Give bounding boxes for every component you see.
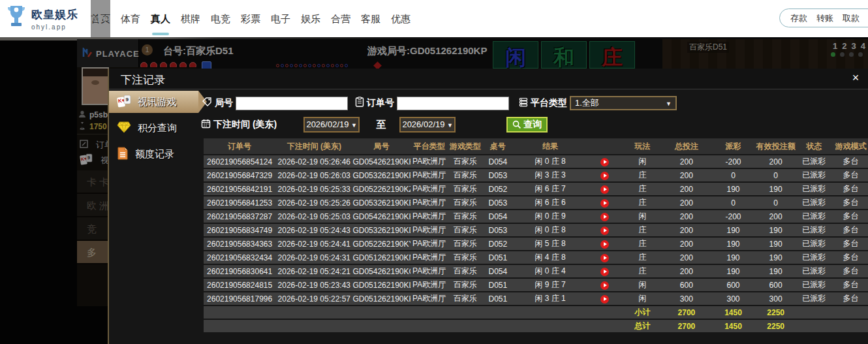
totals-cell <box>448 306 482 319</box>
cell-order: 260219056832434 <box>204 251 275 264</box>
user-avatar[interactable] <box>82 67 109 105</box>
nav-item-彩票[interactable]: 彩票 <box>241 0 260 37</box>
cell-side: 闲 <box>623 292 662 305</box>
bead-dot <box>313 64 316 67</box>
cell-payout: 0 <box>711 196 755 209</box>
nav-item-电竞[interactable]: 电竞 <box>211 0 230 37</box>
table-row: 2602190568372872026-02-19 05:25:03GD0542… <box>204 210 868 223</box>
cell-play <box>587 238 623 250</box>
replay-play-button[interactable] <box>600 213 609 221</box>
column-header: 订单号 <box>204 138 275 154</box>
cell-payout: 190 <box>711 224 755 236</box>
replay-play-button[interactable] <box>600 199 609 208</box>
cell-result: 闲 9 庄 7 <box>514 279 587 291</box>
close-icon[interactable]: × <box>848 71 863 85</box>
camera-tab-3[interactable]: 3 <box>852 41 856 51</box>
column-header: 派彩 <box>711 138 755 154</box>
totals-cell: 小计 <box>623 306 662 319</box>
bead-dot <box>335 64 339 67</box>
cell-payout: -200 <box>711 155 755 168</box>
nav-item-首页[interactable]: 首页 <box>91 0 110 37</box>
nav-item-合营[interactable]: 合营 <box>331 0 350 37</box>
cell-status: 已派彩 <box>796 238 832 250</box>
wallet-action-取款[interactable]: 取款 <box>843 12 860 24</box>
wallet-action-存款[interactable]: 存款 <box>790 12 807 24</box>
game-round-label: 游戏局号:GD051262190KP <box>367 45 487 57</box>
modal-tab-视讯游戏[interactable]: K♥9视讯游戏 <box>109 91 198 113</box>
replay-play-button[interactable] <box>600 158 609 166</box>
camera-tab-4[interactable]: 4 <box>861 41 865 51</box>
column-header: 平台类型 <box>411 138 448 154</box>
replay-play-button[interactable] <box>600 240 609 249</box>
cell-platform: PA欧洲厅 <box>411 265 448 277</box>
totals-cell <box>482 320 514 332</box>
site-logo[interactable]: 欧皇娱乐 ohyl.app <box>5 4 78 34</box>
bet-zone-label: 和 <box>553 47 574 68</box>
wallet-action-转账[interactable]: 转账 <box>816 12 833 24</box>
replay-play-button[interactable] <box>600 185 609 194</box>
bead-dot <box>294 64 298 67</box>
camera-tab-2[interactable]: 2 <box>842 41 846 51</box>
nav-item-优惠[interactable]: 优惠 <box>391 0 411 37</box>
cell-time: 2026-02-19 05:25:03 <box>275 210 352 223</box>
nav-item-体育[interactable]: 体育 <box>121 0 140 37</box>
cell-total: 200 <box>662 251 711 264</box>
cell-game: 百家乐 <box>448 155 482 168</box>
nav-item-客服[interactable]: 客服 <box>361 0 380 37</box>
modal-tab-积分查询[interactable]: 积分查询 <box>109 117 198 139</box>
order-input[interactable] <box>397 97 509 110</box>
nav-item-棋牌[interactable]: 棋牌 <box>181 0 200 37</box>
svg-text:9: 9 <box>87 155 90 160</box>
replay-play-button[interactable] <box>600 172 609 180</box>
cell-payout: 300 <box>711 292 755 305</box>
camera-tab-1[interactable]: 1 <box>833 41 837 51</box>
platform-select[interactable]: 1.全部 ▼ <box>570 96 677 110</box>
cell-round: GD052262190KZ <box>352 183 410 195</box>
table-row: 2602190568306412026-02-19 05:24:21GD0542… <box>204 265 868 277</box>
cell-table: D051 <box>482 251 514 264</box>
nav-item-娱乐[interactable]: 娱乐 <box>301 0 320 37</box>
modal-tab-额度记录[interactable]: 额度记录 <box>109 143 198 165</box>
query-button[interactable]: 查询 <box>506 117 548 133</box>
replay-play-button[interactable] <box>600 268 609 276</box>
bet-zone-庄[interactable]: 庄 <box>589 41 635 69</box>
cell-payout: 190 <box>711 251 755 264</box>
cell-valid: 0 <box>756 169 796 181</box>
cell-side: 庄 <box>623 169 662 181</box>
table-row: 2602190568473292026-02-19 05:26:03GD0532… <box>204 169 868 181</box>
bet-zone-闲[interactable]: 闲 <box>493 41 538 69</box>
totals-cell <box>275 320 352 332</box>
cell-table: D052 <box>482 183 514 195</box>
cell-total: 200 <box>662 210 711 223</box>
cell-status: 已派彩 <box>796 251 832 264</box>
replay-play-button[interactable] <box>600 227 609 235</box>
date-to-picker[interactable]: 2026/02/19 ▼ <box>399 117 456 133</box>
cell-payout: 190 <box>711 183 755 195</box>
balance-text: 1750 <box>89 122 107 131</box>
cell-platform: PA欧洲厅 <box>411 251 448 264</box>
cell-side: 庄 <box>623 183 662 195</box>
replay-play-button[interactable] <box>600 281 609 290</box>
cell-round: GD054262190KH <box>352 210 410 223</box>
cell-table: D051 <box>482 292 514 305</box>
round-input[interactable] <box>236 97 348 110</box>
nav-item-真人[interactable]: 真人 <box>151 0 170 37</box>
cell-game: 百家乐 <box>448 196 482 209</box>
replay-play-button[interactable] <box>600 295 609 304</box>
cell-mode: 多台 <box>832 196 868 209</box>
replay-play-button[interactable] <box>600 254 609 262</box>
order-filter-label: 订单号 <box>367 97 394 109</box>
date-from-value: 2026/02/19 <box>306 119 349 129</box>
bet-zone-和[interactable]: 和 <box>541 41 587 69</box>
gem-icon <box>117 121 131 135</box>
cell-side: 庄 <box>623 265 662 277</box>
cell-game: 百家乐 <box>448 292 482 305</box>
cell-table: D053 <box>482 224 514 236</box>
cell-round: GD054262190KK <box>352 155 410 168</box>
cell-order: 260219056834749 <box>204 224 275 236</box>
cell-order: 260219056817996 <box>204 292 275 305</box>
table-row: 2602190568179962026-02-19 05:22:57GD0512… <box>204 292 868 305</box>
nav-item-电子[interactable]: 电子 <box>271 0 290 37</box>
totals-cell: 2700 <box>662 306 711 319</box>
date-from-picker[interactable]: 2026/02/19 ▼ <box>303 117 360 133</box>
